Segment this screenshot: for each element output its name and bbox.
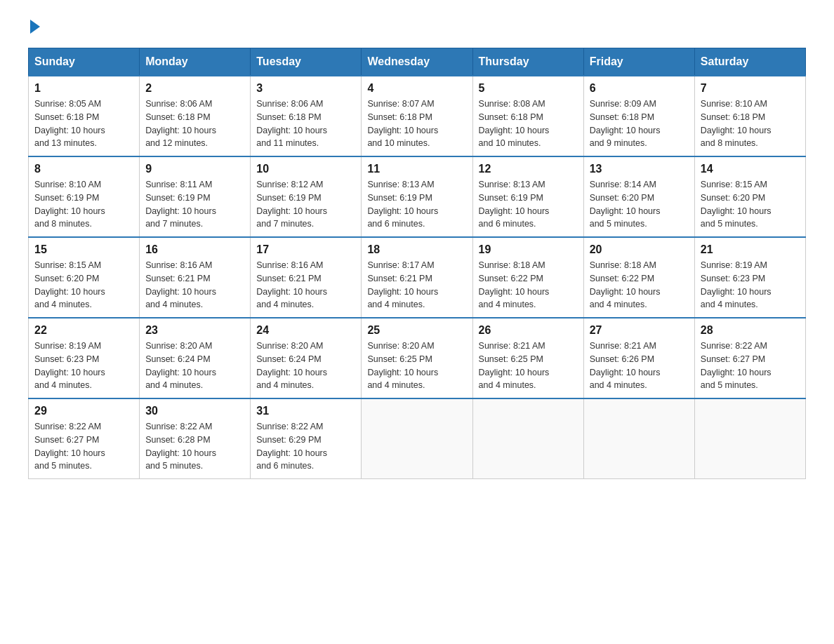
calendar-day-cell: 3 Sunrise: 8:06 AM Sunset: 6:18 PM Dayli…	[251, 76, 362, 156]
day-number: 5	[479, 82, 578, 95]
calendar-day-cell: 26 Sunrise: 8:21 AM Sunset: 6:25 PM Dayl…	[472, 318, 583, 398]
day-info: Sunrise: 8:19 AM Sunset: 6:23 PM Dayligh…	[34, 340, 133, 392]
day-number: 3	[256, 82, 355, 95]
calendar-day-cell: 25 Sunrise: 8:20 AM Sunset: 6:25 PM Dayl…	[362, 318, 472, 398]
column-header-saturday: Saturday	[694, 48, 805, 76]
day-number: 30	[145, 405, 244, 417]
day-number: 28	[701, 324, 800, 337]
day-info: Sunrise: 8:18 AM Sunset: 6:22 PM Dayligh…	[479, 259, 578, 311]
calendar-day-cell: 29 Sunrise: 8:22 AM Sunset: 6:27 PM Dayl…	[29, 398, 140, 479]
calendar-day-cell: 9 Sunrise: 8:11 AM Sunset: 6:19 PM Dayli…	[140, 156, 251, 237]
calendar-day-cell: 28 Sunrise: 8:22 AM Sunset: 6:27 PM Dayl…	[694, 318, 805, 398]
day-number: 20	[590, 243, 689, 256]
day-info: Sunrise: 8:17 AM Sunset: 6:21 PM Dayligh…	[367, 259, 466, 311]
calendar-day-cell: 21 Sunrise: 8:19 AM Sunset: 6:23 PM Dayl…	[694, 237, 805, 318]
calendar-day-cell: 27 Sunrise: 8:21 AM Sunset: 6:26 PM Dayl…	[583, 318, 694, 398]
calendar-day-cell: 15 Sunrise: 8:15 AM Sunset: 6:20 PM Dayl…	[29, 237, 140, 318]
day-number: 16	[145, 243, 244, 256]
day-number: 25	[367, 324, 466, 337]
column-header-sunday: Sunday	[29, 48, 140, 76]
column-header-monday: Monday	[140, 48, 251, 76]
day-info: Sunrise: 8:05 AM Sunset: 6:18 PM Dayligh…	[34, 98, 133, 150]
calendar-day-cell	[472, 398, 583, 479]
day-info: Sunrise: 8:12 AM Sunset: 6:19 PM Dayligh…	[256, 178, 355, 231]
day-number: 8	[34, 163, 133, 175]
day-number: 29	[34, 405, 133, 417]
calendar-day-cell: 20 Sunrise: 8:18 AM Sunset: 6:22 PM Dayl…	[583, 237, 694, 318]
column-header-wednesday: Wednesday	[362, 48, 472, 76]
calendar-day-cell: 1 Sunrise: 8:05 AM Sunset: 6:18 PM Dayli…	[29, 76, 140, 156]
day-info: Sunrise: 8:20 AM Sunset: 6:24 PM Dayligh…	[145, 340, 244, 392]
day-info: Sunrise: 8:10 AM Sunset: 6:19 PM Dayligh…	[34, 178, 133, 231]
day-number: 23	[145, 324, 244, 337]
day-number: 31	[256, 405, 355, 417]
calendar-week-row: 8 Sunrise: 8:10 AM Sunset: 6:19 PM Dayli…	[29, 156, 806, 237]
column-header-thursday: Thursday	[472, 48, 583, 76]
day-info: Sunrise: 8:15 AM Sunset: 6:20 PM Dayligh…	[701, 178, 800, 231]
day-number: 10	[256, 163, 355, 175]
calendar-day-cell: 19 Sunrise: 8:18 AM Sunset: 6:22 PM Dayl…	[472, 237, 583, 318]
calendar-day-cell: 17 Sunrise: 8:16 AM Sunset: 6:21 PM Dayl…	[251, 237, 362, 318]
day-number: 15	[34, 243, 133, 256]
calendar-week-row: 22 Sunrise: 8:19 AM Sunset: 6:23 PM Dayl…	[29, 318, 806, 398]
column-header-tuesday: Tuesday	[251, 48, 362, 76]
calendar-day-cell	[694, 398, 805, 479]
day-number: 9	[145, 163, 244, 175]
calendar-day-cell: 6 Sunrise: 8:09 AM Sunset: 6:18 PM Dayli…	[583, 76, 694, 156]
day-info: Sunrise: 8:06 AM Sunset: 6:18 PM Dayligh…	[145, 98, 244, 150]
day-info: Sunrise: 8:22 AM Sunset: 6:28 PM Dayligh…	[145, 420, 244, 473]
calendar-day-cell: 18 Sunrise: 8:17 AM Sunset: 6:21 PM Dayl…	[362, 237, 472, 318]
day-info: Sunrise: 8:19 AM Sunset: 6:23 PM Dayligh…	[701, 259, 800, 311]
day-info: Sunrise: 8:20 AM Sunset: 6:25 PM Dayligh…	[367, 340, 466, 392]
day-number: 18	[367, 243, 466, 256]
logo-arrow-icon	[30, 20, 40, 34]
day-number: 24	[256, 324, 355, 337]
calendar-day-cell: 30 Sunrise: 8:22 AM Sunset: 6:28 PM Dayl…	[140, 398, 251, 479]
day-info: Sunrise: 8:10 AM Sunset: 6:18 PM Dayligh…	[701, 98, 800, 150]
calendar-day-cell: 22 Sunrise: 8:19 AM Sunset: 6:23 PM Dayl…	[29, 318, 140, 398]
day-info: Sunrise: 8:09 AM Sunset: 6:18 PM Dayligh…	[590, 98, 689, 150]
calendar-week-row: 1 Sunrise: 8:05 AM Sunset: 6:18 PM Dayli…	[29, 76, 806, 156]
day-number: 14	[701, 163, 800, 175]
day-number: 26	[479, 324, 578, 337]
day-info: Sunrise: 8:14 AM Sunset: 6:20 PM Dayligh…	[590, 178, 689, 231]
day-info: Sunrise: 8:18 AM Sunset: 6:22 PM Dayligh…	[590, 259, 689, 311]
day-info: Sunrise: 8:20 AM Sunset: 6:24 PM Dayligh…	[256, 340, 355, 392]
day-info: Sunrise: 8:22 AM Sunset: 6:29 PM Dayligh…	[256, 420, 355, 473]
calendar-day-cell: 12 Sunrise: 8:13 AM Sunset: 6:19 PM Dayl…	[472, 156, 583, 237]
day-number: 22	[34, 324, 133, 337]
calendar-header-row: SundayMondayTuesdayWednesdayThursdayFrid…	[29, 48, 806, 76]
day-number: 4	[367, 82, 466, 95]
calendar-day-cell	[362, 398, 472, 479]
day-number: 13	[590, 163, 689, 175]
day-number: 27	[590, 324, 689, 337]
calendar-day-cell: 8 Sunrise: 8:10 AM Sunset: 6:19 PM Dayli…	[29, 156, 140, 237]
day-info: Sunrise: 8:22 AM Sunset: 6:27 PM Dayligh…	[34, 420, 133, 473]
calendar-day-cell: 24 Sunrise: 8:20 AM Sunset: 6:24 PM Dayl…	[251, 318, 362, 398]
day-number: 17	[256, 243, 355, 256]
calendar-week-row: 29 Sunrise: 8:22 AM Sunset: 6:27 PM Dayl…	[29, 398, 806, 479]
calendar-table: SundayMondayTuesdayWednesdayThursdayFrid…	[28, 48, 806, 479]
day-number: 11	[367, 163, 466, 175]
day-info: Sunrise: 8:15 AM Sunset: 6:20 PM Dayligh…	[34, 259, 133, 311]
calendar-day-cell: 10 Sunrise: 8:12 AM Sunset: 6:19 PM Dayl…	[251, 156, 362, 237]
day-info: Sunrise: 8:11 AM Sunset: 6:19 PM Dayligh…	[145, 178, 244, 231]
day-number: 7	[701, 82, 800, 95]
logo	[28, 21, 40, 34]
calendar-day-cell: 11 Sunrise: 8:13 AM Sunset: 6:19 PM Dayl…	[362, 156, 472, 237]
day-number: 19	[479, 243, 578, 256]
calendar-day-cell: 16 Sunrise: 8:16 AM Sunset: 6:21 PM Dayl…	[140, 237, 251, 318]
day-number: 1	[34, 82, 133, 95]
day-number: 21	[701, 243, 800, 256]
calendar-day-cell	[583, 398, 694, 479]
day-info: Sunrise: 8:08 AM Sunset: 6:18 PM Dayligh…	[479, 98, 578, 150]
day-info: Sunrise: 8:06 AM Sunset: 6:18 PM Dayligh…	[256, 98, 355, 150]
page-header	[28, 21, 806, 34]
calendar-day-cell: 31 Sunrise: 8:22 AM Sunset: 6:29 PM Dayl…	[251, 398, 362, 479]
day-number: 6	[590, 82, 689, 95]
column-header-friday: Friday	[583, 48, 694, 76]
calendar-day-cell: 2 Sunrise: 8:06 AM Sunset: 6:18 PM Dayli…	[140, 76, 251, 156]
calendar-day-cell: 23 Sunrise: 8:20 AM Sunset: 6:24 PM Dayl…	[140, 318, 251, 398]
calendar-week-row: 15 Sunrise: 8:15 AM Sunset: 6:20 PM Dayl…	[29, 237, 806, 318]
calendar-day-cell: 13 Sunrise: 8:14 AM Sunset: 6:20 PM Dayl…	[583, 156, 694, 237]
